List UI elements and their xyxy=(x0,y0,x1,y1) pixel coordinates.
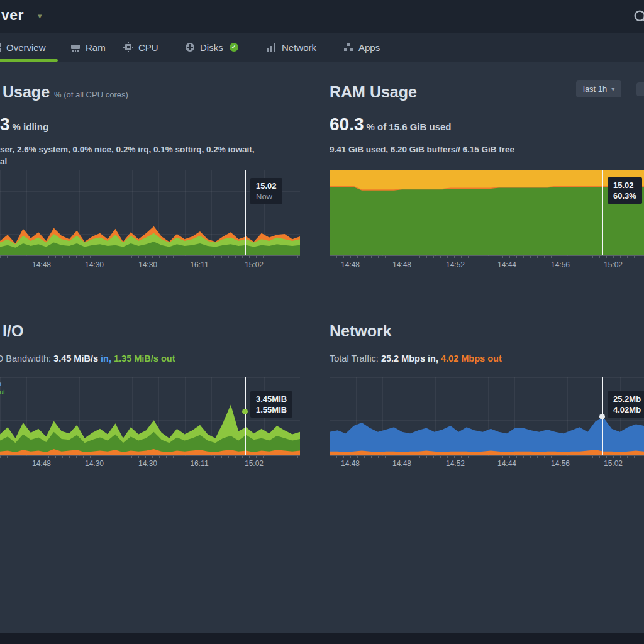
disk-crosshair-label: 3.45MiB 1.55MiB xyxy=(250,391,292,418)
tab-cpu[interactable]: CPU xyxy=(123,33,158,62)
network-title-text: Network xyxy=(330,322,392,340)
cpu-chart[interactable]: 15.02 Now xyxy=(0,170,300,256)
cpu-crosshair-time: 15.02 xyxy=(256,180,277,191)
apps-icon xyxy=(343,42,353,52)
tab-bar: Overview Ram CPU Disks ✓ Network Apps xyxy=(0,33,644,62)
title-dropdown-caret-icon[interactable]: ▾ xyxy=(38,11,42,21)
network-out-value: 4.02 Mbps out xyxy=(441,353,502,364)
dashboard-page: ver ▾ Overview Ram CPU Disks ✓ Networ xyxy=(0,0,644,644)
cpu-idle-value: 3 xyxy=(0,114,10,135)
x-tick-label: 14:48 xyxy=(392,459,411,468)
network-panel-title: Network xyxy=(330,322,392,340)
x-tick-label: 14:30 xyxy=(138,459,157,468)
x-tick-label: 16:11 xyxy=(190,459,208,468)
disk-chart[interactable]: 3.45MiB 1.55MiB xyxy=(0,377,300,456)
top-bar: ver ▾ xyxy=(0,0,644,33)
cpu-x-axis: 14:48 14:30 14:30 16:11 15:02 xyxy=(0,260,300,270)
tab-ram[interactable]: Ram xyxy=(70,33,106,62)
ram-axis-ticks xyxy=(330,256,644,258)
footer-band xyxy=(0,633,644,644)
disk-crosshair-out: 1.55MiB xyxy=(256,404,287,415)
disk-crosshair-dot xyxy=(242,409,248,414)
ram-used-suffix: % of 15.6 GiB used xyxy=(367,121,452,132)
disk-stats-line: O Bandwidth: 3.45 MiB/s in, 1.35 MiB/s o… xyxy=(0,353,175,364)
time-range-label: last 1h xyxy=(583,84,607,94)
overview-icon xyxy=(0,42,1,52)
network-crosshair-label: 25.2Mb 4.02Mb xyxy=(608,391,644,418)
network-crosshair-in: 25.2Mb xyxy=(613,394,641,404)
ram-panel-title: RAM Usage xyxy=(330,83,417,101)
cpu-title-text: Usage xyxy=(3,83,50,101)
ram-crosshair-label: 15.02 60.3% xyxy=(608,177,642,204)
cpu-icon xyxy=(123,42,133,52)
x-tick-label: 14:52 xyxy=(446,459,465,468)
x-tick-label: 16:11 xyxy=(190,260,208,269)
search-icon[interactable] xyxy=(632,8,644,26)
cpu-crosshair xyxy=(245,170,246,255)
ram-crosshair xyxy=(602,170,603,255)
ram-chart[interactable]: 15.02 60.3% xyxy=(330,170,644,256)
disk-in-value: 3.45 MiB/s xyxy=(53,353,98,364)
x-tick-label: 14:30 xyxy=(85,459,104,468)
network-x-axis: 14:48 14:48 14:52 14:44 14:56 15:02 xyxy=(330,459,644,469)
ram-icon xyxy=(70,42,80,52)
disk-axis-ticks xyxy=(0,456,300,458)
disk-crosshair xyxy=(245,377,246,455)
disk-title-text: I/O xyxy=(3,322,23,340)
cpu-crosshair-label: 15.02 Now xyxy=(250,178,282,204)
ram-crosshair-value: 60.3% xyxy=(613,191,636,201)
disks-ok-badge: ✓ xyxy=(230,43,238,52)
cpu-big-value: 3 % idling xyxy=(0,114,48,135)
disk-stat-label: O Bandwidth: xyxy=(0,353,53,364)
network-chart[interactable]: 25.2Mb 4.02Mb xyxy=(330,377,644,456)
x-tick-label: 14:48 xyxy=(392,260,411,269)
cpu-idle-suffix: % idling xyxy=(13,121,49,132)
x-tick-label: 14:48 xyxy=(341,260,360,269)
x-tick-label: 15:02 xyxy=(604,459,623,468)
network-axis-ticks xyxy=(330,456,644,458)
cpu-breakdown-line2: al xyxy=(0,157,7,166)
tab-label: Disks xyxy=(200,42,223,53)
disk-crosshair-in: 3.45MiB xyxy=(256,394,287,404)
network-crosshair-out: 4.02Mb xyxy=(613,404,641,415)
tab-label: Apps xyxy=(358,42,380,53)
tab-disks[interactable]: Disks ✓ xyxy=(185,33,238,62)
tab-label: Ram xyxy=(86,42,106,53)
time-range-button[interactable]: last 1h ▾ xyxy=(576,80,621,97)
x-tick-label: 14:30 xyxy=(85,260,104,269)
tab-overview[interactable]: Overview xyxy=(0,33,46,62)
disk-panel-title: I/O xyxy=(3,322,23,340)
x-tick-label: 14:48 xyxy=(341,459,360,468)
x-tick-label: 14:48 xyxy=(32,260,51,269)
x-tick-label: 14:52 xyxy=(446,260,465,269)
disks-icon xyxy=(185,42,195,52)
x-tick-label: 14:30 xyxy=(138,260,157,269)
x-tick-label: 15:02 xyxy=(245,459,264,468)
x-tick-label: 14:44 xyxy=(497,260,516,269)
x-tick-label: 14:44 xyxy=(497,459,516,468)
tab-apps[interactable]: Apps xyxy=(343,33,380,62)
cpu-title-suffix: % (of all CPU cores) xyxy=(54,90,128,99)
ram-big-value: 60.3 % of 15.6 GiB used xyxy=(330,114,452,135)
network-crosshair-dot xyxy=(599,414,605,419)
network-stat-label: Total Traffic: xyxy=(330,353,381,364)
cpu-axis-ticks xyxy=(0,256,300,258)
disk-out-value: 1.35 MiB/s out xyxy=(114,353,175,364)
x-tick-label: 14:48 xyxy=(32,459,51,468)
network-in-word: in, xyxy=(425,353,441,364)
tab-network[interactable]: Network xyxy=(267,33,316,62)
network-icon xyxy=(267,42,277,52)
panel-options-icon[interactable] xyxy=(636,82,644,96)
ram-breakdown: 9.41 GiB used, 6.20 GiB buffers// 6.15 G… xyxy=(330,145,514,154)
ram-crosshair-time: 15.02 xyxy=(613,180,636,191)
x-tick-label: 15:02 xyxy=(604,260,623,269)
ram-title-text: RAM Usage xyxy=(330,83,417,101)
disk-in-word: in, xyxy=(98,353,114,364)
network-in-value: 25.2 Mbps xyxy=(381,353,425,364)
chevron-down-icon: ▾ xyxy=(611,86,614,92)
x-tick-label: 14:56 xyxy=(551,459,570,468)
tab-label: CPU xyxy=(138,42,158,53)
cpu-crosshair-now: Now xyxy=(256,191,277,202)
active-tab-underline xyxy=(0,59,58,62)
network-stats-line: Total Traffic: 25.2 Mbps in, 4.02 Mbps o… xyxy=(330,353,502,364)
